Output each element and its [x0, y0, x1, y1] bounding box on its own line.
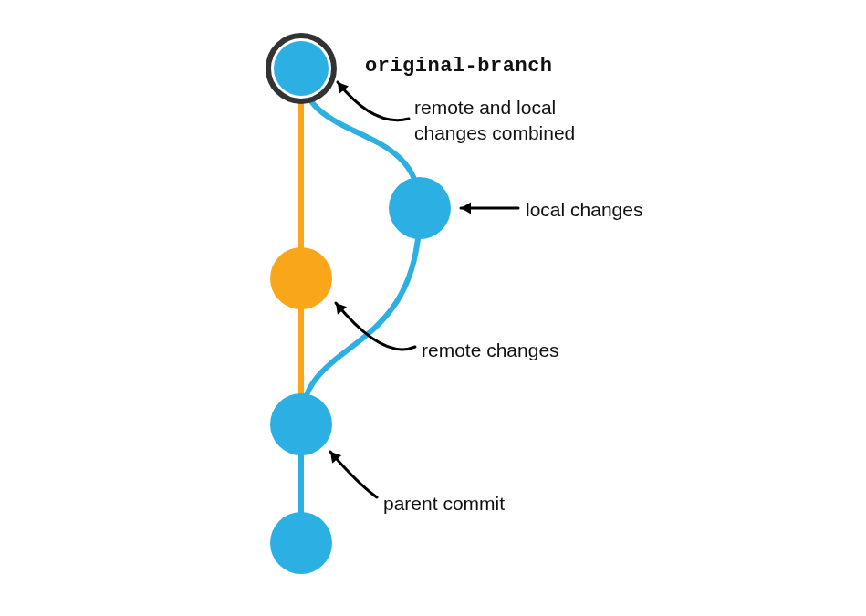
annotation-combined-line1: remote and local	[414, 97, 556, 118]
commit-local-changes	[389, 177, 451, 239]
commit-parent	[270, 393, 332, 455]
annotation-local: local changes	[526, 197, 642, 223]
edge-local-parent	[301, 208, 420, 424]
branch-label: original-branch	[365, 55, 553, 78]
commit-root	[270, 512, 332, 574]
commit-graph-svg	[0, 0, 866, 616]
annotation-combined-line2: changes combined	[414, 122, 575, 143]
diagram-canvas: original-branch remote and local changes…	[0, 0, 866, 616]
arrow-combined	[338, 82, 409, 120]
arrow-local-head	[461, 202, 471, 214]
annotation-parent: parent commit	[383, 491, 505, 517]
commit-head-merge	[274, 41, 329, 96]
annotation-combined: remote and local changes combined	[414, 95, 575, 147]
annotation-remote: remote changes	[422, 338, 559, 363]
commit-remote-changes	[270, 247, 332, 309]
